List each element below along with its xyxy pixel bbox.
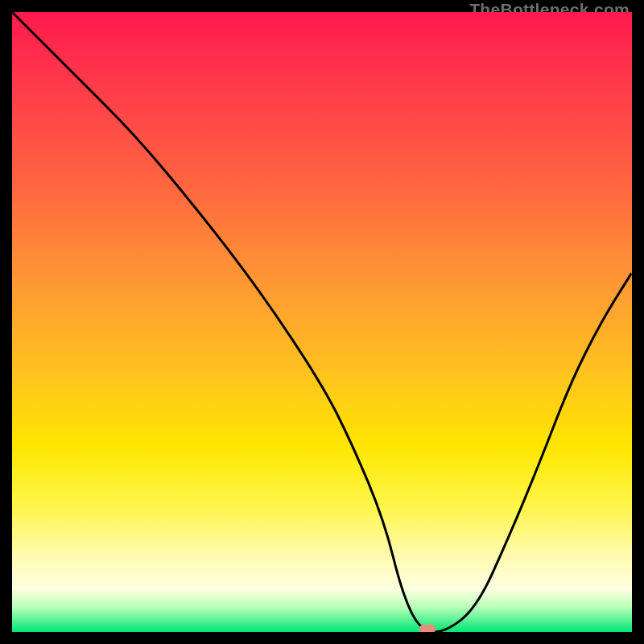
optimal-marker	[419, 625, 436, 632]
plot-area	[12, 12, 632, 632]
chart-frame: TheBottleneck.com	[0, 0, 644, 644]
curve-svg	[12, 12, 632, 632]
bottleneck-curve-path	[12, 12, 632, 632]
